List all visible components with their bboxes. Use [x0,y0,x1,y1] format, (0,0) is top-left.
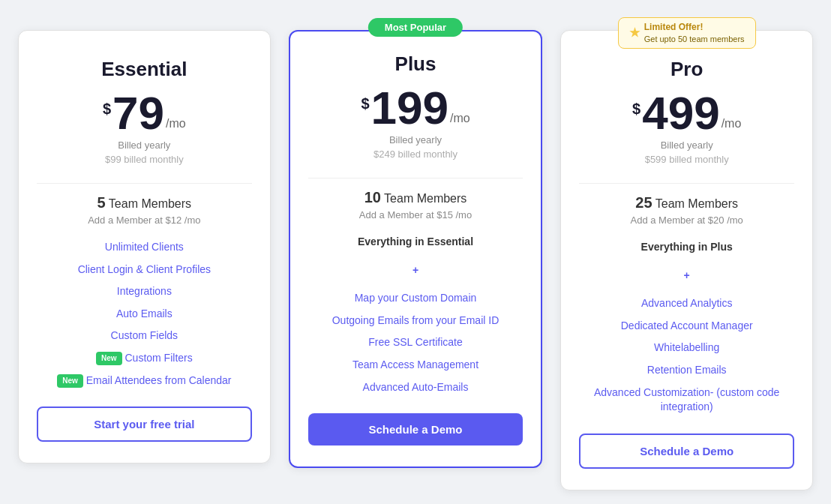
schedule-demo-outline-button[interactable]: Schedule a Demo [579,434,794,469]
team-count-number: 5 [98,194,106,211]
feature-item: Outgoing Emails from your Email ID [308,310,524,332]
feature-item: NewCustom Filters [37,347,252,370]
limited-offer-sub: Get upto 50 team members [644,34,745,44]
feature-item: Whitelabelling [579,337,794,359]
feature-item: Advanced Customization- (custom code int… [579,382,794,418]
feature-item: Integrations [37,280,252,303]
most-popular-badge: Most Popular [368,18,463,37]
divider [37,183,252,184]
billing-yearly: Billed yearly [37,140,252,151]
price-amount: 499 [642,90,719,136]
limited-offer-title: Limited Offer! [644,22,745,34]
feature-item: Auto Emails [37,303,252,326]
price-amount: 199 [371,85,448,131]
new-badge: New [96,352,122,365]
feature-item: Client Login & Client Profiles [37,259,252,281]
plan-card-pro: ★ Limited Offer! Get upto 50 team member… [560,30,813,490]
price-row: $ 199 /mo [308,85,524,131]
start-trial-button[interactable]: Start your free trial [37,406,252,442]
divider [579,183,794,184]
feature-item: Team Access Management [308,354,524,376]
team-count-number: 10 [364,189,381,206]
feature-item: NewEmail Attendees from Calendar [37,370,252,392]
plan-name: Essential [37,58,252,81]
new-badge: New [57,374,83,388]
features-list: Everything in Plus+Advanced AnalyticsDed… [579,236,794,418]
add-member-text: Add a Member at $12 /mo [37,214,252,226]
features-list: Unlimited ClientsClient Login & Client P… [37,236,252,392]
feature-item: Dedicated Account Manager [579,315,794,338]
features-plus-divider: + [579,265,794,287]
feature-item: Map your Custom Domain [308,287,524,310]
price-row: $ 79 /mo [37,90,252,136]
billing-monthly: $599 billed monthly [579,154,794,165]
features-list: Everything in Essential+Map your Custom … [308,231,524,398]
price-dollar: $ [103,100,111,118]
schedule-demo-button[interactable]: Schedule a Demo [308,413,524,446]
feature-item: Retention Emails [579,359,794,382]
plan-name: Plus [308,52,524,76]
team-members-count: 25 Team Members [579,194,794,212]
feature-item: Everything in Plus [579,236,794,259]
plan-name: Pro [579,58,794,81]
price-dollar: $ [361,95,369,112]
price-period: /mo [450,112,470,125]
price-dollar: $ [632,100,640,118]
feature-item: Advanced Analytics [579,292,794,315]
price-amount: 79 [112,90,164,136]
price-period: /mo [722,117,742,130]
feature-item: Custom Fields [37,325,252,347]
billing-yearly: Billed yearly [308,134,524,146]
feature-item: Unlimited Clients [37,236,252,259]
price-row: $ 499 /mo [579,90,794,136]
team-count-number: 25 [635,194,652,211]
add-member-text: Add a Member at $20 /mo [579,214,794,226]
features-plus-divider: + [308,260,524,282]
limited-offer-badge: ★ Limited Offer! Get upto 50 team member… [618,17,756,49]
billing-monthly: $249 billed monthly [308,148,524,160]
feature-item: Everything in Essential [308,231,524,254]
billing-monthly: $99 billed monthly [37,154,252,165]
plan-card-plus: Most Popular Plus $ 199 /mo Billed yearl… [289,30,543,468]
star-icon: ★ [629,26,640,40]
team-members-count: 5 Team Members [37,194,252,212]
add-member-text: Add a Member at $15 /mo [308,209,524,220]
team-members-count: 10 Team Members [308,189,524,206]
pricing-container: Essential $ 79 /mo Billed yearly $99 bil… [18,30,813,490]
feature-item: Advanced Auto-Emails [308,376,524,399]
plan-card-essential: Essential $ 79 /mo Billed yearly $99 bil… [18,30,271,464]
divider [308,178,524,178]
billing-yearly: Billed yearly [579,140,794,151]
price-period: /mo [166,117,186,130]
feature-item: Free SSL Certificate [308,332,524,354]
